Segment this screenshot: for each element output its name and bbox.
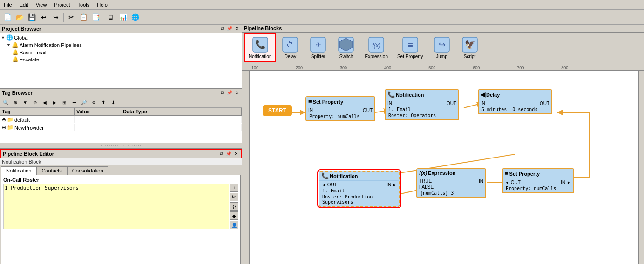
- palette-script[interactable]: 🦅 Script: [456, 33, 484, 62]
- tag-btn-5[interactable]: ◀: [40, 98, 49, 106]
- menu-help[interactable]: Help: [93, 1, 111, 8]
- toolbar-extra2[interactable]: 📊: [117, 12, 129, 23]
- project-browser-float[interactable]: ⧉: [220, 26, 225, 32]
- block-delay-1[interactable]: ◀ Delay IN OUT 5 minutes, 0 seconds: [478, 89, 552, 114]
- project-browser-close[interactable]: ✕: [234, 26, 240, 32]
- tag-table-body: ⊕ 📁 default ⊕ 📁: [0, 116, 242, 132]
- port-out-sp2: ◄ OUT: [505, 180, 521, 185]
- block-editor-pin[interactable]: 📌: [225, 151, 232, 157]
- palette-set-property[interactable]: ≡ Set Property: [393, 33, 428, 62]
- palette-notification-label: Notification: [249, 54, 271, 59]
- tab-consolidation[interactable]: Consolidation: [67, 166, 108, 175]
- block-editor-close[interactable]: ✕: [233, 151, 239, 157]
- tag-browser-close[interactable]: ✕: [234, 90, 240, 96]
- tag-btn-9[interactable]: 🔎: [79, 98, 88, 106]
- toolbar-extra1[interactable]: 🖥: [105, 12, 116, 23]
- tag-col-datatype: Data Type: [121, 108, 242, 115]
- menu-view[interactable]: View: [32, 1, 51, 8]
- tree-item-global[interactable]: ▼ 🌐 Global: [1, 34, 241, 41]
- block-detail-n1-1: 1. Email: [387, 106, 456, 112]
- roster-list[interactable]: 1 Production Supervisors: [3, 184, 229, 229]
- tag-btn-10[interactable]: ⚙: [89, 98, 98, 106]
- toolbar-cut[interactable]: ✂: [66, 12, 77, 23]
- tag-btn-2[interactable]: ⊕: [11, 98, 20, 106]
- block-set-property-1[interactable]: ≡ Set Property IN OUT Property: numCalls: [305, 96, 375, 121]
- toolbar-redo[interactable]: ↪: [50, 12, 61, 23]
- tree-item-basic-email[interactable]: 🔔 Basic Email: [12, 49, 241, 56]
- delay-palette-icon: ⏱: [282, 36, 298, 53]
- roster-add-btn[interactable]: +: [230, 184, 238, 192]
- toolbar-copy[interactable]: 📋: [78, 12, 89, 23]
- menu-tools[interactable]: Tools: [74, 1, 94, 8]
- tag-btn-7[interactable]: ⊞: [60, 98, 69, 106]
- roster-brace-btn[interactable]: {}: [230, 202, 238, 211]
- block-detail-sp1: Property: numCalls: [308, 113, 373, 119]
- palette-switch[interactable]: Switch: [332, 33, 360, 62]
- block-icon-delay-1: ◀: [481, 91, 485, 98]
- roster-person-btn[interactable]: 👤: [230, 221, 238, 229]
- toolbar-save[interactable]: 💾: [26, 12, 37, 23]
- tab-contacts[interactable]: Contacts: [36, 166, 67, 175]
- tag-btn-11[interactable]: ⬆: [99, 98, 108, 106]
- folder-icon-alarm: 🔔: [12, 42, 19, 48]
- block-title-set-property-1: ≡ Set Property: [306, 97, 374, 106]
- block-icon-set-property-1: ≡: [308, 98, 312, 105]
- canvas-area[interactable]: START ≡ Set Property IN OUT: [250, 71, 638, 264]
- folder-icon-global: 🌐: [6, 34, 13, 41]
- project-browser-panel: ▼ 🌐 Global ▼ 🔔 Alarm Notification Pipeli…: [0, 33, 242, 89]
- menu-project[interactable]: Project: [50, 1, 74, 8]
- ruler-300: 300: [340, 66, 347, 70]
- tree-item-alarm-pipelines[interactable]: ▼ 🔔 Alarm Notification Pipelines: [7, 41, 241, 49]
- tag-row-default[interactable]: ⊕ 📁 default: [0, 116, 242, 124]
- project-browser-controls: ⧉ 📌 ✕: [220, 26, 240, 32]
- tag-browser-title: Tag Browser: [2, 90, 33, 96]
- tag-row-newprovider[interactable]: ⊕ 📁 NewProvider: [0, 124, 242, 132]
- toolbar-open[interactable]: 📂: [14, 12, 25, 23]
- tag-btn-12[interactable]: ⬇: [108, 98, 118, 106]
- palette-set-property-label: Set Property: [397, 54, 423, 59]
- canvas-vscrollbar[interactable]: [638, 71, 644, 264]
- toolbar-extra3[interactable]: 🌐: [129, 12, 141, 23]
- canvas-with-vscroll: START ≡ Set Property IN OUT: [242, 71, 644, 264]
- pipeline-blocks-title: Pipeline Blocks: [244, 26, 282, 31]
- notification-palette-icon: 📞: [252, 36, 269, 53]
- palette-notification[interactable]: 📞 Notification: [244, 33, 276, 62]
- toolbar-paste[interactable]: 📑: [90, 12, 101, 23]
- block-title-delay-1: ◀ Delay: [479, 90, 551, 99]
- project-browser-pin[interactable]: 📌: [226, 26, 233, 32]
- roster-func-btn[interactable]: f∞: [230, 193, 238, 201]
- block-title-set-property-2: ≡ Set Property: [503, 169, 573, 178]
- roster-tag-btn[interactable]: ◆: [230, 211, 238, 220]
- block-notification-1[interactable]: 📞 Notification IN OUT 1. Email Roster: O…: [385, 89, 459, 120]
- tag-btn-8[interactable]: ☰: [69, 98, 79, 106]
- palette-script-label: Script: [464, 54, 476, 59]
- tag-browser-pin[interactable]: 📌: [226, 90, 233, 96]
- tag-btn-4[interactable]: ⊘: [30, 98, 40, 106]
- item-icon-basic-email: 🔔: [12, 49, 19, 55]
- tag-btn-1[interactable]: 🔍: [1, 98, 10, 106]
- block-body-set-property-2: ◄ OUT IN ► Property: numCalls: [503, 178, 573, 192]
- tab-notification[interactable]: Notification: [1, 166, 36, 175]
- block-notification-2[interactable]: 📞 Notification ◄ OUT IN ► 1. Email Roste…: [319, 171, 400, 207]
- block-icon-expression-1: f(x): [419, 170, 427, 176]
- palette-expression[interactable]: f(x) Expression: [360, 33, 392, 62]
- expand-default: ⊕: [2, 117, 6, 123]
- tag-toolbar: 🔍 ⊕ ▼ ⊘ ◀ ▶ ⊞ ☰ 🔎 ⚙ ⬆ ⬇: [0, 97, 242, 108]
- tag-btn-6[interactable]: ▶: [50, 98, 59, 106]
- port-in-n2: IN ►: [386, 182, 397, 187]
- toolbar-undo[interactable]: ↩: [38, 12, 49, 23]
- palette-delay[interactable]: ⏱ Delay: [276, 33, 304, 62]
- tree-item-escalate[interactable]: 🔔 Escalate: [12, 56, 241, 63]
- menu-edit[interactable]: Edit: [16, 1, 32, 8]
- block-set-property-2[interactable]: ≡ Set Property ◄ OUT IN ► Property: numC…: [502, 168, 574, 193]
- tag-browser-float[interactable]: ⧉: [220, 90, 225, 96]
- block-ports-set-property-1: IN OUT: [308, 107, 373, 113]
- tag-cell-default-value: [75, 116, 121, 123]
- palette-splitter[interactable]: ✈ Splitter: [304, 33, 332, 62]
- tag-btn-3[interactable]: ▼: [20, 98, 30, 106]
- block-editor-float[interactable]: ⧉: [219, 151, 224, 157]
- block-expression-1[interactable]: f(x) Expression TRUE IN FALSE {numCall: [416, 168, 486, 198]
- menu-file[interactable]: File: [0, 1, 16, 8]
- toolbar-new[interactable]: 📄: [2, 12, 13, 23]
- palette-jump[interactable]: ↪ Jump: [428, 33, 456, 62]
